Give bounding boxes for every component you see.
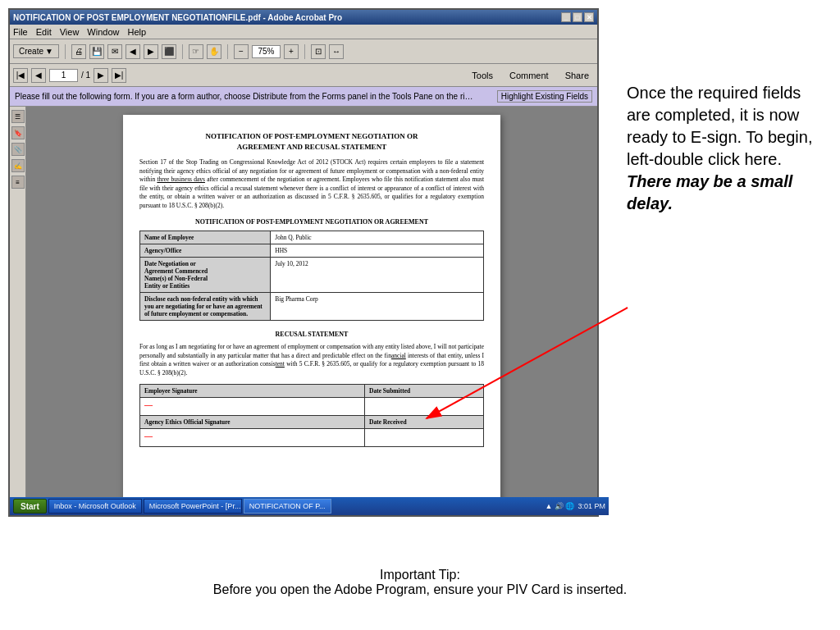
page-nav: |◀ ◀ / 1 ▶ ▶| [13, 68, 126, 83]
start-button[interactable]: Start [13, 499, 47, 514]
label-agency: Agency/Office [140, 244, 271, 258]
signature-table: Employee Signature Date Submitted — Agen… [139, 384, 484, 447]
table-row: Disclose each non-federal entity with wh… [140, 293, 484, 321]
sig-value-employee: — [140, 398, 365, 416]
fit-page-icon[interactable]: ⊡ [311, 44, 326, 59]
create-label: Create [19, 47, 43, 56]
sig-header-employee: Employee Signature [140, 385, 365, 398]
pdf-data-table: Name of Employee John Q. Public Agency/O… [139, 231, 484, 321]
comment-btn[interactable]: Comment [504, 69, 554, 82]
left-sidebar: ☰ 🔖 📎 ✍ ≡ [10, 107, 26, 515]
pdf-title-line1: NOTIFICATION OF POST-EMPLOYMENT NEGOTIAT… [206, 132, 418, 140]
toolbar-separator-1 [65, 44, 66, 59]
window-title: NOTIFICATION OF POST EMPLOYMENT NEGOTIAT… [13, 13, 342, 22]
title-bar-buttons: _ □ ✕ [561, 12, 594, 22]
share-btn[interactable]: Share [560, 69, 594, 82]
pdf-title-line2: AGREEMENT AND RECUSAL STATEMENT [237, 143, 386, 151]
value-date: July 10, 2012 [271, 258, 484, 293]
tools-btn[interactable]: Tools [467, 69, 498, 82]
menu-file[interactable]: File [13, 27, 28, 37]
page-number-input[interactable] [49, 69, 78, 82]
clock: 3:01 PM [578, 502, 605, 510]
sidebar-icon-layers[interactable]: ≡ [11, 176, 25, 189]
toolbar-separator-2 [182, 44, 183, 59]
hand-tool-icon[interactable]: ✋ [207, 44, 221, 59]
system-tray-icons: ▲ 🔊 🌐 [546, 502, 575, 510]
taskbar-item-powerpoint[interactable]: Microsoft PowerPoint - [Pr... [144, 499, 242, 514]
email-icon[interactable]: ✉ [107, 44, 122, 59]
nav-prev-icon[interactable]: ◀ [126, 44, 140, 59]
taskbar: Start Inbox - Microsoft Outlook Microsof… [10, 497, 609, 515]
sig-value-date-received [364, 429, 483, 447]
tip-line2: Before you open the Adobe Program, ensur… [0, 582, 840, 597]
menu-edit[interactable]: Edit [36, 27, 52, 37]
table-row: Agency/Office HHS [140, 244, 484, 258]
menu-view[interactable]: View [60, 27, 80, 37]
zoom-out-icon[interactable]: − [234, 44, 249, 59]
first-page-icon[interactable]: |◀ [13, 68, 28, 83]
create-dropdown-icon: ▼ [45, 47, 53, 56]
table-row: Date Negotiation orAgreement CommencedNa… [140, 258, 484, 293]
maximize-button[interactable]: □ [573, 12, 582, 22]
nav-toolbar: |◀ ◀ / 1 ▶ ▶| Tools Comment Share [10, 64, 597, 87]
nav-next-icon[interactable]: ▶ [144, 44, 158, 59]
sig-value-date-submitted [364, 398, 483, 416]
table-row: Name of Employee John Q. Public [140, 231, 484, 244]
label-date: Date Negotiation orAgreement CommencedNa… [140, 258, 271, 293]
document-area: NOTIFICATION OF POST-EMPLOYMENT NEGOTIAT… [26, 107, 597, 515]
close-button[interactable]: ✕ [584, 12, 594, 22]
annotation-panel: Once the required fields are completed, … [627, 82, 815, 215]
acrobat-window: NOTIFICATION OF POST EMPLOYMENT NEGOTIAT… [8, 8, 599, 517]
menu-window[interactable]: Window [87, 27, 119, 37]
annotation-text: Once the required fields are completed, … [627, 82, 815, 215]
pdf-intro-text: Section 17 of the Stop Trading on Congre… [139, 158, 484, 210]
sig-value-row-1: — [140, 398, 484, 416]
taskbar-item-outlook[interactable]: Inbox - Microsoft Outlook [48, 499, 142, 514]
create-button[interactable]: Create ▼ [13, 44, 59, 58]
annotation-normal-text: Once the required fields are completed, … [627, 84, 812, 168]
pdf-title: NOTIFICATION OF POST-EMPLOYMENT NEGOTIAT… [139, 131, 484, 152]
form-notice-bar: Please fill out the following form. If y… [10, 87, 597, 107]
zoom-input[interactable] [252, 45, 281, 58]
label-disclose: Disclose each non-federal entity with wh… [140, 293, 271, 321]
top-right-nav: Tools Comment Share [467, 69, 594, 82]
label-name: Name of Employee [140, 231, 271, 244]
form-notice-text: Please fill out the following form. If y… [15, 92, 477, 101]
main-content: ☰ 🔖 📎 ✍ ≡ NOTIFICATION OF POST-EMPLOYMEN… [10, 107, 597, 515]
save-icon[interactable]: 💾 [89, 44, 104, 59]
prev-page-icon[interactable]: ◀ [31, 68, 46, 83]
sig-header-date-submitted: Date Submitted [364, 385, 483, 398]
taskbar-item-notification[interactable]: NOTIFICATION OF P... [244, 499, 331, 514]
sig-header-row-1: Employee Signature Date Submitted [140, 385, 484, 398]
value-disclose: Big Pharma Corp [271, 293, 484, 321]
toolbar-separator-3 [227, 44, 228, 59]
tip-line1: Important Tip: [0, 568, 840, 582]
highlight-fields-button[interactable]: Highlight Existing Fields [497, 90, 592, 103]
zoom-in-icon[interactable]: + [284, 44, 299, 59]
next-page-icon[interactable]: ▶ [94, 68, 108, 83]
select-tool-icon[interactable]: ☞ [189, 44, 203, 59]
sig-header-row-2: Agency Ethics Official Signature Date Re… [140, 416, 484, 429]
sig-marker-1: — [144, 400, 153, 409]
sig-value-ethics: — [140, 429, 365, 447]
toolbar-separator-4 [304, 44, 305, 59]
last-page-icon[interactable]: ▶| [112, 68, 126, 83]
menu-bar: File Edit View Window Help [10, 25, 597, 39]
print-icon[interactable]: 🖨 [71, 44, 86, 59]
pdf-page: NOTIFICATION OF POST-EMPLOYMENT NEGOTIAT… [123, 115, 500, 515]
nav-home-icon[interactable]: ⬛ [162, 44, 176, 59]
minimize-button[interactable]: _ [561, 12, 571, 22]
title-bar: NOTIFICATION OF POST EMPLOYMENT NEGOTIAT… [10, 10, 597, 25]
sig-header-date-received: Date Received [364, 416, 483, 429]
pdf-section-title: NOTIFICATION OF POST-EMPLOYMENT NEGOTIAT… [139, 218, 484, 226]
value-name: John Q. Public [271, 231, 484, 244]
menu-help[interactable]: Help [127, 27, 146, 37]
sidebar-icon-attachments[interactable]: 📎 [11, 143, 25, 156]
sidebar-icon-pages[interactable]: ☰ [11, 110, 25, 123]
sig-header-ethics: Agency Ethics Official Signature [140, 416, 365, 429]
sidebar-icon-signatures[interactable]: ✍ [11, 159, 25, 172]
fit-width-icon[interactable]: ↔ [329, 44, 344, 59]
page-count: / 1 [81, 71, 90, 80]
sidebar-icon-bookmarks[interactable]: 🔖 [11, 126, 25, 139]
recusal-title: RECUSAL STATEMENT [139, 331, 484, 338]
